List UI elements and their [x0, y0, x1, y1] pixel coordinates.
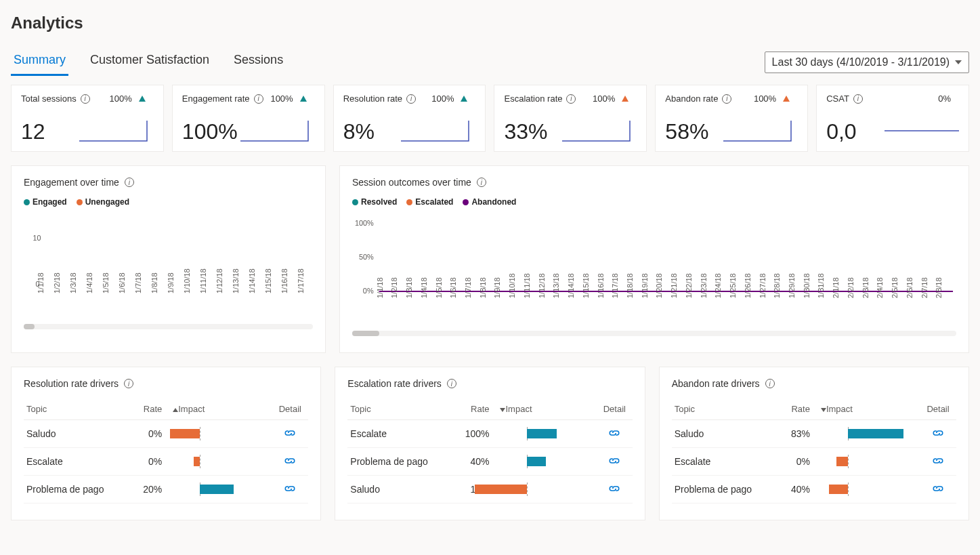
svg-text:1/14/18: 1/14/18 [567, 273, 575, 298]
impact-cell [494, 420, 597, 448]
link-icon[interactable] [932, 428, 944, 439]
col-impact[interactable]: Impact [494, 398, 597, 420]
trend-up-icon [622, 96, 629, 102]
engagement-chart: 1001/1/181/2/181/3/181/4/181/5/181/6/181… [24, 213, 313, 315]
link-icon[interactable] [608, 428, 620, 439]
kpi-value: 0,0 [826, 119, 856, 144]
info-icon[interactable]: i [765, 379, 775, 388]
info-icon[interactable]: i [853, 94, 863, 104]
table-row[interactable]: Escalate 0% [24, 448, 308, 476]
svg-text:1/13/18: 1/13/18 [232, 268, 240, 293]
table-row[interactable]: Saludo 0% [24, 420, 308, 448]
link-icon[interactable] [284, 484, 296, 495]
rate-cell: 20% [132, 476, 167, 503]
trend-up-icon [300, 96, 307, 102]
tab-customer-satisfaction[interactable]: Customer Satisfaction [87, 49, 212, 76]
col-rate[interactable]: Rate [454, 398, 495, 420]
tab-summary[interactable]: Summary [11, 49, 68, 76]
topic-cell: Escalate [24, 448, 132, 476]
link-icon[interactable] [608, 484, 620, 495]
col-impact[interactable]: Impact [815, 398, 920, 420]
impact-cell [815, 476, 920, 503]
drivers-panel-title: Resolution rate drivers [24, 378, 119, 389]
table-row[interactable]: Problema de pago 20% [24, 476, 308, 503]
svg-text:1/20/18: 1/20/18 [655, 273, 663, 298]
col-topic[interactable]: Topic [672, 398, 780, 420]
tab-sessions[interactable]: Sessions [231, 49, 286, 76]
info-icon[interactable]: i [477, 178, 486, 187]
kpi-value: 58% [665, 119, 708, 144]
chart-scrollbar[interactable] [24, 324, 313, 329]
link-icon[interactable] [608, 456, 620, 467]
col-topic[interactable]: Topic [24, 398, 132, 420]
kpi-label: Resolution rate [343, 94, 402, 104]
col-impact[interactable]: Impact [167, 398, 272, 420]
col-detail[interactable]: Detail [597, 398, 633, 420]
link-icon[interactable] [932, 456, 944, 467]
svg-text:1/6/18: 1/6/18 [118, 272, 126, 293]
table-row[interactable]: Problema de pago 40% [672, 476, 956, 503]
svg-text:1/7/18: 1/7/18 [464, 277, 472, 298]
svg-text:2/1/18: 2/1/18 [832, 277, 840, 298]
info-icon[interactable]: i [254, 94, 263, 104]
col-rate[interactable]: Rate [132, 398, 167, 420]
topic-cell: Problema de pago [347, 448, 453, 476]
engagement-panel-title: Engagement over time [24, 177, 119, 188]
svg-text:1/23/18: 1/23/18 [700, 273, 708, 298]
kpi-value: 8% [343, 119, 375, 144]
svg-text:1/8/18: 1/8/18 [479, 277, 487, 298]
impact-cell [167, 448, 272, 476]
table-row[interactable]: Saludo 83% [672, 420, 956, 448]
kpi-value: 12 [21, 119, 45, 144]
kpi-abandon[interactable]: Abandon rate i 100% 58% [655, 85, 808, 152]
table-row[interactable]: Problema de pago 40% [347, 448, 632, 476]
svg-text:10: 10 [33, 234, 41, 242]
kpi-engagement[interactable]: Engagement rate i 100% 100% [172, 85, 325, 152]
table-row[interactable]: Escalate 100% [347, 420, 632, 448]
kpi-resolution[interactable]: Resolution rate i 100% 8% [333, 85, 486, 152]
table-row[interactable]: Escalate 0% [672, 448, 956, 476]
link-icon[interactable] [284, 428, 296, 439]
info-icon[interactable]: i [447, 379, 456, 388]
chart-scrollbar[interactable] [352, 331, 956, 336]
date-range-select[interactable]: Last 30 days (4/10/2019 - 3/11/2019) [765, 52, 969, 73]
info-icon[interactable]: i [722, 94, 731, 104]
info-icon[interactable]: i [125, 178, 134, 187]
kpi-label: Engagement rate [182, 94, 250, 104]
legend-escalated: Escalated [406, 197, 453, 207]
kpi-total_sessions[interactable]: Total sessions i 100% 12 [11, 85, 164, 152]
col-detail[interactable]: Detail [272, 398, 308, 420]
svg-text:2/5/18: 2/5/18 [891, 277, 899, 298]
trend-up-icon [139, 96, 146, 102]
trend-up-icon [783, 96, 790, 102]
col-rate[interactable]: Rate [780, 398, 815, 420]
svg-text:1/1/18: 1/1/18 [376, 277, 384, 298]
col-topic[interactable]: Topic [347, 398, 453, 420]
table-row[interactable]: Saludo 17% [347, 476, 632, 503]
kpi-trend-value: 100% [593, 94, 615, 104]
kpi-escalation[interactable]: Escalation rate i 100% 33% [494, 85, 647, 152]
escalation_drivers-panel: Escalation rate driversi Topic Rate Impa… [335, 367, 645, 520]
col-detail[interactable]: Detail [920, 398, 956, 420]
svg-text:1/6/18: 1/6/18 [449, 277, 457, 298]
link-icon[interactable] [284, 456, 296, 467]
link-icon[interactable] [932, 484, 944, 495]
svg-text:2/3/18: 2/3/18 [861, 277, 870, 298]
svg-text:1/4/18: 1/4/18 [420, 277, 428, 298]
info-icon[interactable]: i [566, 94, 576, 104]
svg-text:2/7/18: 2/7/18 [920, 277, 929, 298]
date-range-label: Last 30 days (4/10/2019 - 3/11/2019) [772, 56, 950, 68]
svg-text:1/15/18: 1/15/18 [582, 273, 590, 298]
svg-text:1/11/18: 1/11/18 [199, 268, 207, 293]
svg-text:1/31/18: 1/31/18 [817, 273, 825, 298]
kpi-csat[interactable]: CSAT i 0% 0,0 [816, 85, 969, 152]
info-icon[interactable]: i [124, 379, 133, 388]
topic-cell: Saludo [24, 420, 132, 448]
topic-cell: Escalate [347, 420, 453, 448]
rate-cell: 83% [780, 420, 815, 448]
svg-text:1/14/18: 1/14/18 [248, 268, 256, 293]
abandon_drivers-panel: Abandon rate driversi Topic Rate Impact … [659, 367, 969, 520]
svg-text:1/11/18: 1/11/18 [523, 273, 531, 298]
info-icon[interactable]: i [81, 94, 90, 104]
info-icon[interactable]: i [406, 94, 416, 104]
